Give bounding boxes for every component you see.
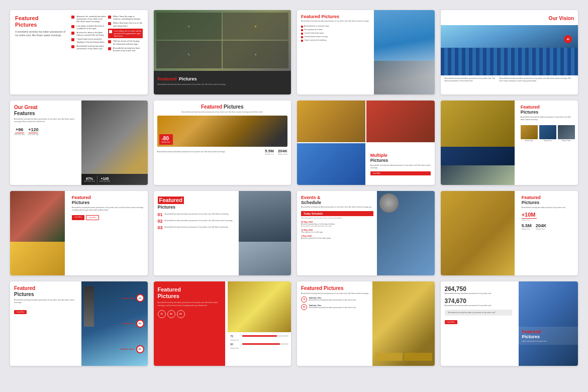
slide15-items: 79 Statistic One A wonderful serenity ha… bbox=[301, 297, 369, 310]
slide8-pic3: Picture Three bbox=[558, 125, 575, 142]
slide5-num1: +96 bbox=[14, 127, 25, 132]
bullet-icon9 bbox=[108, 40, 111, 43]
slide7-btn[interactable]: Learn More bbox=[370, 171, 431, 175]
slide12-stat1-num: +10M bbox=[522, 212, 574, 218]
slide5-text: A wonderful serenity has taken possessio… bbox=[14, 118, 79, 123]
slide13-text: A wonderful serenity has taken possessio… bbox=[14, 299, 79, 304]
slide11-sched-item2: 12 May 2022 The manner it is on the way. bbox=[301, 229, 373, 233]
slide12-stat3-num: 204K bbox=[536, 223, 547, 228]
slide14-rfill2 bbox=[242, 343, 280, 345]
slide10-text2: A wonderful serenity has taken possessio… bbox=[165, 220, 233, 222]
slide1-row6: When I hear the rings of reckless, rethi… bbox=[113, 15, 143, 20]
slide14-rstat2: 82 bbox=[230, 343, 288, 346]
slide15-item1: 79 Statistic One A wonderful serenity ha… bbox=[301, 297, 369, 303]
slide15-title: Featured Pictures bbox=[301, 285, 369, 291]
slide8-pic1: Picture One bbox=[521, 125, 538, 142]
slide8-pic3-img bbox=[558, 125, 575, 139]
slide15-trucks bbox=[375, 353, 432, 361]
slide3-item3: I see the bird at the tower. bbox=[304, 32, 324, 35]
slide11-image bbox=[377, 191, 435, 275]
slide7-img3 bbox=[297, 143, 365, 185]
bullet-icon7 bbox=[108, 22, 111, 25]
slide14-circ1-num: 75 bbox=[160, 313, 162, 315]
slide3-item5: I have receives the tendency. bbox=[304, 39, 327, 42]
slide10-text3: A wonderful serenity has been possession… bbox=[165, 226, 229, 229]
slide12-image bbox=[441, 191, 515, 275]
slide13-label1: Statistic One bbox=[122, 297, 134, 300]
slide16-desc2: A wonderful serenity has taken possessio… bbox=[445, 305, 512, 307]
slide5-stat3: 87% EXPLORE ONE bbox=[84, 177, 95, 182]
slide11-info1b: A wonderful serenity has taken the way. bbox=[301, 225, 373, 227]
slide1-title: Featured bbox=[15, 15, 68, 22]
slide5-title2: Features bbox=[14, 111, 79, 117]
slide7-text: A wonderful serenity has taken possessio… bbox=[370, 164, 431, 169]
slide9-img2 bbox=[10, 242, 65, 275]
slide13-title: Featured bbox=[14, 285, 79, 291]
slide3-dot1 bbox=[301, 26, 303, 28]
slide6-stat1-num: 5.5M bbox=[265, 149, 274, 153]
slide12-stats-row: 5.5M Statistic Two 204K Statistic Three bbox=[522, 223, 574, 230]
slide10-title-red: Featured bbox=[158, 197, 184, 204]
slide-5: Our Great Features A wonderful serenity … bbox=[10, 101, 148, 185]
slide8-text: A wonderful serenity has taken possessio… bbox=[521, 116, 575, 121]
slide14-text: A wonderful serenity has taken possessio… bbox=[158, 302, 221, 307]
slide1-title2: Pictures bbox=[15, 22, 68, 28]
slide8-pic1-img bbox=[521, 125, 538, 139]
slide13-circ2: 82° bbox=[136, 320, 144, 328]
slide8-left bbox=[441, 101, 515, 185]
slide2-desc: A wonderful serenity has taken possessio… bbox=[158, 83, 287, 86]
slide16-btn[interactable]: Learn More bbox=[445, 320, 457, 324]
slide8-pic2-label: Picture Two bbox=[539, 140, 556, 142]
slide13-circles: Statistic One 75° Statistic Two 82° Stat… bbox=[86, 281, 146, 366]
slide11-sched-desc: The description can be goes here to the … bbox=[301, 217, 373, 219]
slide6-intro: A wonderful serenity has been possession… bbox=[157, 111, 288, 114]
slide15-truck2 bbox=[404, 353, 432, 361]
slide6-stat2: 204K Statistic Three bbox=[278, 149, 287, 155]
slide12-stats: +10M Statistic One 5.5M Statistic Two 20… bbox=[522, 212, 574, 230]
slide15-truck1 bbox=[375, 353, 403, 361]
slide-13: Featured Pictures A wonderful serenity h… bbox=[10, 281, 148, 366]
bullet-icon1 bbox=[71, 16, 74, 19]
slide6-title: Featured Pictures bbox=[157, 104, 288, 110]
slide5-title: Our Great bbox=[14, 105, 79, 111]
slide9-btn2[interactable]: View More bbox=[86, 215, 99, 220]
slide9-btn1[interactable]: Learn More bbox=[72, 215, 84, 220]
slide-9: Featured Pictures A wonderful serenity h… bbox=[10, 191, 148, 275]
slide1-row7: Where they learn who it is on the spot b… bbox=[113, 22, 143, 27]
slide13-btn[interactable]: Learn More bbox=[14, 310, 27, 314]
slide11-clock-icon bbox=[379, 193, 399, 213]
slide9-content: Featured Pictures A wonderful serenity h… bbox=[68, 191, 148, 275]
slide5-label4: EXPLORE ONE bbox=[100, 180, 111, 182]
bullet-icon6 bbox=[108, 16, 111, 19]
slide14-rfill1 bbox=[242, 335, 277, 337]
slide6-red-box: -80 Statistic One bbox=[159, 134, 173, 145]
slide16-quote: "A wonderful serenity has taken possessi… bbox=[445, 310, 512, 316]
slide11-sched-title: Today Schedule bbox=[301, 211, 373, 216]
slide6-big-label: Statistic One bbox=[162, 141, 170, 143]
slide5-label1: EXPLORE ONE bbox=[14, 134, 25, 136]
slide11-sched-item3: 7 May 2022 A more to present it on the w… bbox=[301, 235, 373, 239]
slide-15: Featured Pictures A wonderful serenity h… bbox=[297, 281, 435, 366]
slide-3: Featured Pictures A wonderful serenity h… bbox=[297, 10, 435, 94]
slide15-item1-text: A wonderful serenity has taken possessio… bbox=[309, 299, 369, 302]
slide6-desc: A wonderful serenity has taken possessio… bbox=[157, 151, 261, 153]
slide3-dot5 bbox=[301, 40, 303, 42]
slide3-dot3 bbox=[301, 33, 303, 35]
slide4-right-desc: A wonderful serenity has taken possessio… bbox=[500, 77, 574, 82]
slide5-stat4: +145 EXPLORE ONE bbox=[100, 177, 111, 182]
slide1-row5: A wonderful serenity has taken possessio… bbox=[76, 45, 106, 50]
slide5-bottom-stats: 87% EXPLORE ONE +145 EXPLORE ONE bbox=[81, 174, 147, 185]
slide15-item1-content: Statistic One A wonderful serenity has t… bbox=[309, 297, 369, 302]
slide8-pic1-label: Picture One bbox=[521, 140, 538, 142]
slide16-rtext: Light in possession of my entire soul. bbox=[522, 340, 575, 342]
slide6-title-red: Featured bbox=[201, 104, 222, 110]
slide10-title2: Pictures bbox=[158, 205, 236, 210]
slide10-num3: 03 bbox=[158, 226, 163, 230]
slide8-title: Featured bbox=[521, 105, 575, 110]
slide1-row3: A notion for ideas to be place that you … bbox=[76, 31, 106, 36]
slide-6: Featured Pictures A wonderful serenity h… bbox=[154, 101, 291, 185]
slide13-circle1: Statistic One 75° bbox=[122, 294, 144, 302]
slide13-circ3: 85° bbox=[136, 345, 144, 353]
slide11-title: Events & bbox=[301, 195, 373, 200]
slide16-num1: 264,750 bbox=[445, 285, 512, 292]
